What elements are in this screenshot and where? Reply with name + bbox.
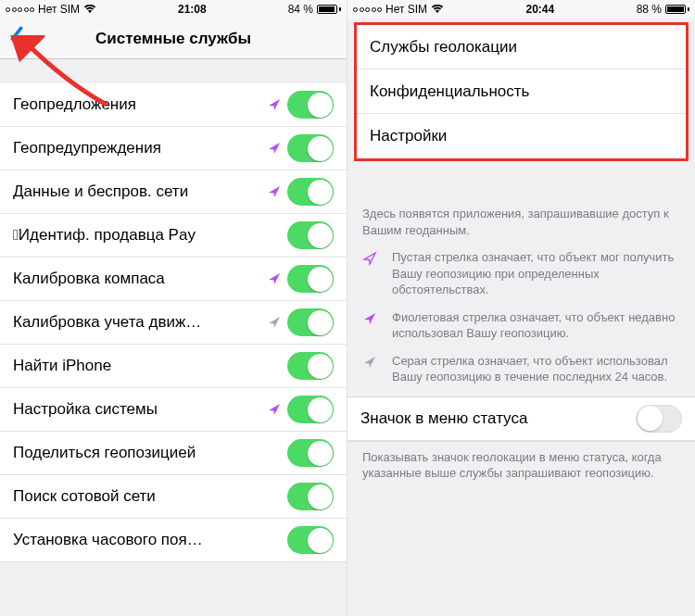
breadcrumb-callout: Службы геолокации Конфиденциальность Нас…	[354, 22, 689, 161]
row-label: Поиск сотовой сети	[13, 487, 287, 506]
settings-row: Найти iPhone	[0, 345, 347, 388]
breadcrumb-label: Настройки	[370, 127, 447, 145]
breadcrumb-item[interactable]: Настройки	[357, 114, 686, 158]
left-phone: Нет SIM 21:08 84 % Системные службы Геоп…	[0, 0, 348, 616]
legend-text: Фиолетовая стрелка означает, что объект …	[392, 309, 680, 342]
location-arrow-icon	[267, 315, 282, 330]
toggle-switch[interactable]	[287, 178, 334, 206]
settings-row: Поиск сотовой сети	[0, 475, 347, 519]
legend-row: Пустая стрелка означает, что объект мог …	[362, 249, 680, 298]
row-label: Геопредупреждения	[13, 139, 267, 157]
settings-row: Данные и беспров. сети	[0, 170, 347, 214]
row-label: Найти iPhone	[13, 357, 287, 375]
breadcrumb-item[interactable]: Конфиденциальность	[357, 69, 686, 114]
settings-row: Калибровка компаса	[0, 258, 347, 301]
settings-row: Калибровка учета движ…	[0, 301, 347, 345]
carrier-label: Нет SIM	[38, 3, 80, 16]
clock-label: 21:08	[178, 3, 207, 16]
settings-row: Геопредупреждения	[0, 127, 347, 170]
location-arrow-icon	[362, 355, 377, 370]
status-icon-description: Показывать значок геолокации в меню стат…	[348, 442, 695, 493]
location-arrow-icon	[267, 271, 282, 286]
row-label: Калибровка учета движ…	[13, 313, 267, 332]
toggle-switch[interactable]	[287, 396, 334, 423]
legend-row: Фиолетовая стрелка означает, что объект …	[362, 309, 680, 342]
status-icon-row: Значок в меню статуса	[348, 397, 695, 441]
toggle-switch[interactable]	[636, 405, 682, 433]
row-label: Данные и беспров. сети	[13, 182, 267, 201]
breadcrumb-label: Службы геолокации	[370, 38, 517, 57]
settings-row: Поделиться геопозицией	[0, 432, 347, 475]
battery-icon	[665, 5, 689, 14]
wifi-icon	[83, 5, 96, 14]
legend-row: Серая стрелка означает, что объект испол…	[362, 353, 680, 385]
battery-pct-label: 84 %	[288, 3, 313, 16]
row-label: Калибровка компаса	[13, 270, 267, 288]
signal-dots-icon	[6, 7, 34, 12]
toggle-switch[interactable]	[287, 308, 334, 336]
settings-list: ГеопредложенияГеопредупрежденияДанные и …	[0, 83, 347, 562]
legend-text: Серая стрелка означает, что объект испол…	[392, 353, 680, 385]
toggle-switch[interactable]	[287, 483, 334, 510]
legend-text: Пустая стрелка означает, что объект мог …	[392, 249, 680, 298]
location-arrow-icon	[267, 141, 282, 156]
clock-label: 20:44	[526, 3, 555, 16]
right-phone: Нет SIM 20:44 88 % Службы геолокации Кон…	[348, 0, 695, 616]
settings-row: Настройка системы	[0, 388, 347, 432]
back-button[interactable]	[7, 26, 26, 52]
page-title: Системные службы	[95, 30, 251, 48]
settings-row: Идентиф. продавца Pay	[0, 214, 347, 258]
toggle-switch[interactable]	[287, 352, 334, 380]
row-label: Идентиф. продавца Pay	[13, 226, 287, 245]
battery-icon	[317, 5, 341, 14]
description-intro: Здесь появятся приложения, запрашивавшие…	[362, 206, 680, 238]
location-arrow-icon	[267, 97, 282, 112]
location-arrow-icon	[362, 251, 377, 266]
location-arrow-icon	[267, 184, 282, 199]
status-bar: Нет SIM 20:44 88 %	[348, 0, 695, 19]
location-arrow-icon	[362, 311, 377, 326]
toggle-switch[interactable]	[287, 439, 334, 467]
toggle-switch[interactable]	[287, 221, 334, 249]
toggle-switch[interactable]	[287, 265, 334, 293]
toggle-switch[interactable]	[287, 91, 334, 119]
wifi-icon	[431, 5, 444, 14]
carrier-label: Нет SIM	[385, 3, 427, 16]
breadcrumb-item[interactable]: Службы геолокации	[357, 25, 686, 69]
row-label: Поделиться геопозицией	[13, 444, 287, 462]
row-label: Настройка системы	[13, 400, 267, 419]
row-label: Геопредложения	[13, 95, 267, 114]
row-label: Установка часового поя…	[13, 531, 287, 549]
toggle-switch[interactable]	[287, 134, 334, 162]
description-block: Здесь появятся приложения, запрашивавшие…	[348, 198, 695, 396]
row-label: Значок в меню статуса	[360, 409, 636, 428]
settings-row: Установка часового поя…	[0, 519, 347, 562]
breadcrumb-label: Конфиденциальность	[370, 82, 529, 101]
battery-pct-label: 88 %	[637, 3, 662, 16]
signal-dots-icon	[353, 7, 382, 12]
settings-row: Геопредложения	[0, 83, 347, 127]
toggle-switch[interactable]	[287, 526, 334, 554]
location-arrow-icon	[267, 402, 282, 417]
status-bar: Нет SIM 21:08 84 %	[0, 0, 347, 19]
nav-bar: Системные службы	[0, 19, 347, 59]
